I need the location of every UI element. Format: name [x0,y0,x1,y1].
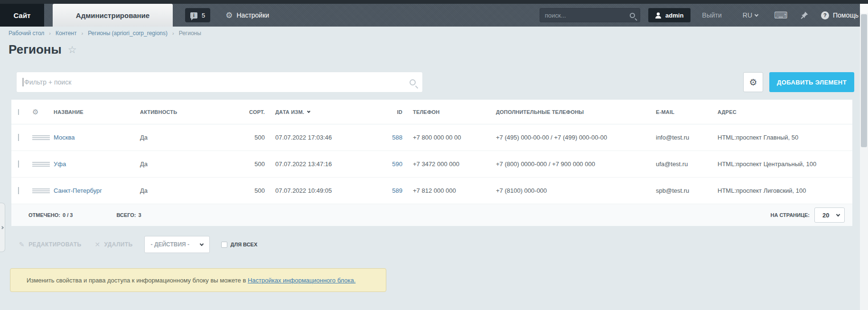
actions-dropdown[interactable]: - ДЕЙСТВИЯ - [144,236,210,253]
topbar-search-input[interactable] [545,12,630,19]
topbar-strip [0,0,868,4]
region-name-link[interactable]: Москва [54,134,75,141]
region-id-link[interactable]: 590 [392,160,402,168]
col-header-sort[interactable]: СОРТ. [226,109,271,115]
col-header-id[interactable]: ID [376,109,409,115]
per-page-value: 20 [822,212,829,219]
scrollbar-button[interactable] [860,4,868,13]
edit-label: РЕДАКТИРОВАТЬ [28,241,81,248]
cell-address: HTML:проспект Лиговский, 100 [714,187,852,194]
search-icon[interactable] [630,13,635,18]
cell-extra-phones: +7 (495) 000-00-00 / +7 (499) 000-00-00 [492,134,652,141]
cell-active: Да [136,160,226,168]
sort-desc-icon [308,112,310,113]
breadcrumb-content[interactable]: Контент [56,30,76,37]
username: admin [665,12,683,19]
col-header-modified[interactable]: ДАТА ИЗМ. [271,109,376,115]
for-all-control: ДЛЯ ВСЕХ [221,242,258,248]
cell-phone: +7 812 000 000 [409,187,492,194]
scrollbar-thumb[interactable] [861,14,867,147]
topbar: Сайт Администрирование i 5 ⚙ Настройки [0,0,868,27]
region-name-link[interactable]: Санкт-Петербург [54,187,102,194]
cell-extra-phones: +7 (8100) 000-000 [492,187,652,194]
row-menu-icon[interactable] [32,135,50,140]
topbar-search[interactable] [540,8,640,22]
regions-table: ⚙ НАЗВАНИЕ АКТИВНОСТЬ СОРТ. ДАТА ИЗМ. ID… [11,100,852,226]
filter-search-input[interactable] [17,72,410,92]
chevron-down-icon [755,12,758,16]
chevron-down-icon [199,242,203,245]
topbar-settings[interactable]: ⚙ Настройки [225,11,269,19]
actions-dropdown-label: - ДЕЙСТВИЯ - [151,241,189,248]
notifications-badge[interactable]: i 5 [185,8,210,22]
scrollbar-cap [860,0,868,4]
select-all-checkbox[interactable] [18,109,19,115]
delete-label: УДАЛИТЬ [104,241,133,248]
col-header-extra-phones[interactable]: ДОПОЛНИТЕЛЬНЫЕ ТЕЛЕФОНЫ [492,109,652,115]
row-menu-icon[interactable] [32,162,50,167]
add-element-button[interactable]: ДОБАВИТЬ ЭЛЕМЕНТ [769,72,854,92]
row-checkbox[interactable] [18,134,19,141]
for-all-checkbox[interactable] [221,242,227,248]
language-code: RU [743,11,752,19]
cell-modified: 07.07.2022 13:47:16 [271,160,376,168]
question-icon: ? [821,11,829,19]
gear-icon: ⚙ [225,11,233,19]
language-selector[interactable]: RU [743,11,758,19]
sidebar-collapse-handle[interactable] [0,203,5,252]
breadcrumb: Рабочий стол › Контент › Регионы (aprior… [9,30,201,37]
row-menu-icon[interactable] [32,188,50,193]
vertical-scrollbar [860,0,868,310]
row-checkbox[interactable] [18,187,19,194]
tab-site[interactable]: Сайт [0,4,44,27]
col-header-phone[interactable]: ТЕЛЕФОН [409,109,492,115]
favorite-star-icon[interactable]: ☆ [68,44,77,56]
hotkeys-icon[interactable]: ⌨ [774,10,788,20]
cell-modified: 07.07.2022 17:03:46 [271,134,376,141]
region-name-link[interactable]: Уфа [54,160,66,168]
delete-button[interactable]: ✕ УДАЛИТЬ [94,241,132,248]
region-id-link[interactable]: 588 [392,134,402,141]
cell-phone: +7 800 000 00 00 [409,134,492,141]
region-id-link[interactable]: 589 [392,187,402,194]
breadcrumb-separator: › [81,30,83,36]
cell-active: Да [136,187,226,194]
help-menu[interactable]: ? Помощь [821,11,859,19]
breadcrumb-iblock[interactable]: Регионы (apriori_corp_regions) [88,30,168,37]
tab-admin-active[interactable]: Администрирование [53,4,173,27]
cell-sort: 500 [226,160,271,168]
notification-count: 5 [202,12,205,19]
pin-icon[interactable] [800,11,809,19]
user-menu-button[interactable]: admin [648,8,691,22]
grid-settings-button[interactable]: ⚙ [743,72,763,92]
filter-search-box[interactable] [17,72,422,92]
col-header-name[interactable]: НАЗВАНИЕ [50,109,136,115]
chevron-right-icon [0,225,3,229]
breadcrumb-desktop[interactable]: Рабочий стол [9,30,44,37]
edit-button[interactable]: ✎ РЕДАКТИРОВАТЬ [19,241,81,248]
col-header-active[interactable]: АКТИВНОСТЬ [136,109,226,115]
checked-value: 0 / 3 [63,212,73,218]
cell-phone: +7 3472 000 000 [409,160,492,168]
cell-extra-phones: +7 (800) 0000-000 / +7 900 000 000 [492,160,652,168]
columns-gear-icon[interactable]: ⚙ [32,108,39,116]
notice-text: Изменить свойства и права доступа к инфо… [27,277,248,284]
logout-link[interactable]: Выйти [702,11,721,19]
filter-search-icon[interactable] [410,79,416,85]
total-value: 3 [139,212,141,218]
cell-sort: 500 [226,187,271,194]
col-header-address[interactable]: АДРЕС [714,109,852,115]
table-row: Уфа Да 500 07.07.2022 13:47:16 590 +7 34… [11,151,852,178]
cell-sort: 500 [226,134,271,141]
per-page-label: НА СТРАНИЦЕ: [770,212,810,218]
col-header-email[interactable]: E-MAIL [652,109,714,115]
row-checkbox[interactable] [18,160,19,168]
user-icon [655,12,661,19]
iblock-settings-link[interactable]: Настройках информационного блока. [248,277,355,284]
total-label: ВСЕГО: [116,212,136,218]
cell-address: HTML:проспект Центральный, 100 [714,160,852,168]
per-page-select[interactable]: 20 [814,207,845,223]
pencil-icon: ✎ [19,241,25,248]
page-title: Регионы [9,42,62,57]
for-all-label: ДЛЯ ВСЕХ [231,242,258,247]
